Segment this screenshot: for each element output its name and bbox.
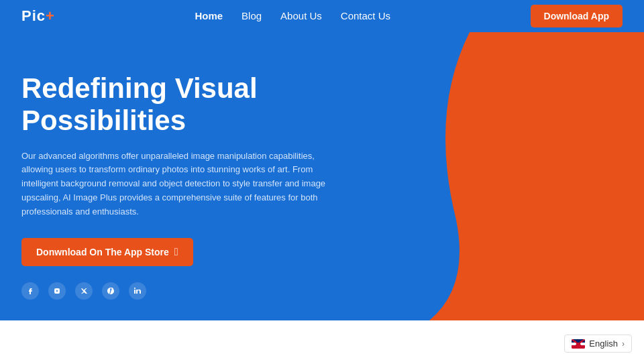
linkedin-icon[interactable] [129, 282, 146, 300]
nav-link-home[interactable]: Home [195, 10, 223, 21]
nav-links: Home Blog About Us Contact Us [195, 10, 390, 22]
youtube-icon[interactable] [48, 282, 66, 300]
language-label: English [589, 339, 618, 349]
twitter-icon[interactable] [75, 282, 93, 300]
chevron-right-icon: › [622, 339, 625, 349]
nav-item-about[interactable]: About Us [280, 10, 322, 22]
facebook-icon[interactable] [21, 282, 39, 300]
nav-item-home[interactable]: Home [195, 10, 223, 22]
download-app-button[interactable]: Download App [531, 5, 623, 27]
app-store-label: Donwnload On The App Store [36, 247, 169, 257]
footer-area: English › [0, 320, 644, 362]
hero-content: Redefining Visual Possibilities Our adva… [21, 72, 343, 300]
navbar: Pic+ Home Blog About Us Contact Us Downl… [0, 0, 644, 32]
nav-item-contact[interactable]: Contact Us [341, 10, 390, 22]
hero-section: Redefining Visual Possibilities Our adva… [0, 32, 644, 320]
nav-item-blog[interactable]: Blog [241, 10, 262, 22]
social-icons [21, 282, 343, 300]
flag-icon [572, 339, 585, 349]
hero-description: Our advanced algorithms offer unparallel… [21, 149, 343, 219]
nav-link-blog[interactable]: Blog [241, 10, 262, 21]
nav-link-about[interactable]: About Us [280, 10, 322, 21]
nav-link-contact[interactable]: Contact Us [341, 10, 390, 21]
pinterest-icon[interactable] [102, 282, 119, 300]
hero-title: Redefining Visual Possibilities [21, 72, 343, 137]
logo: Pic+ [21, 7, 55, 25]
apple-icon:  [174, 246, 178, 258]
orange-shape [389, 32, 644, 320]
language-selector[interactable]: English › [564, 335, 632, 353]
download-app-store-button[interactable]: Donwnload On The App Store  [21, 238, 193, 266]
